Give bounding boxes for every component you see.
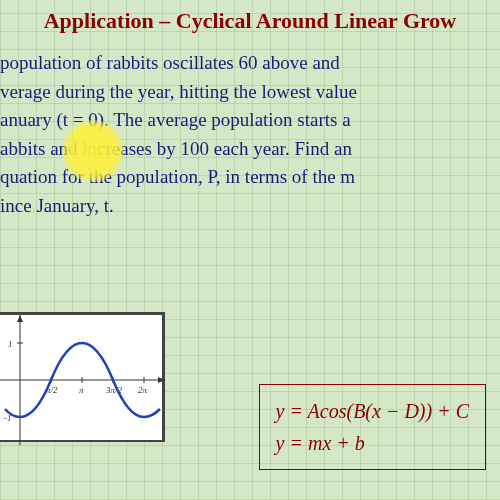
equation-cosine: y = Acos(B(x − D)) + C: [276, 395, 469, 427]
svg-marker-3: [17, 315, 23, 322]
x-tick-pi: π: [79, 385, 84, 395]
y-tick-1: 1: [8, 339, 13, 349]
cosine-graph: 1 -1 π/2 π 3π/2 2π: [0, 312, 165, 442]
equation-linear: y = mx + b: [276, 427, 469, 459]
svg-marker-2: [158, 377, 165, 383]
page-title: Application – Cyclical Around Linear Gro…: [0, 0, 500, 34]
x-tick-2pi: 2π: [138, 385, 148, 395]
equation-box: y = Acos(B(x − D)) + C y = mx + b: [259, 384, 486, 470]
problem-paragraph: population of rabbits oscillates 60 abov…: [0, 34, 500, 220]
